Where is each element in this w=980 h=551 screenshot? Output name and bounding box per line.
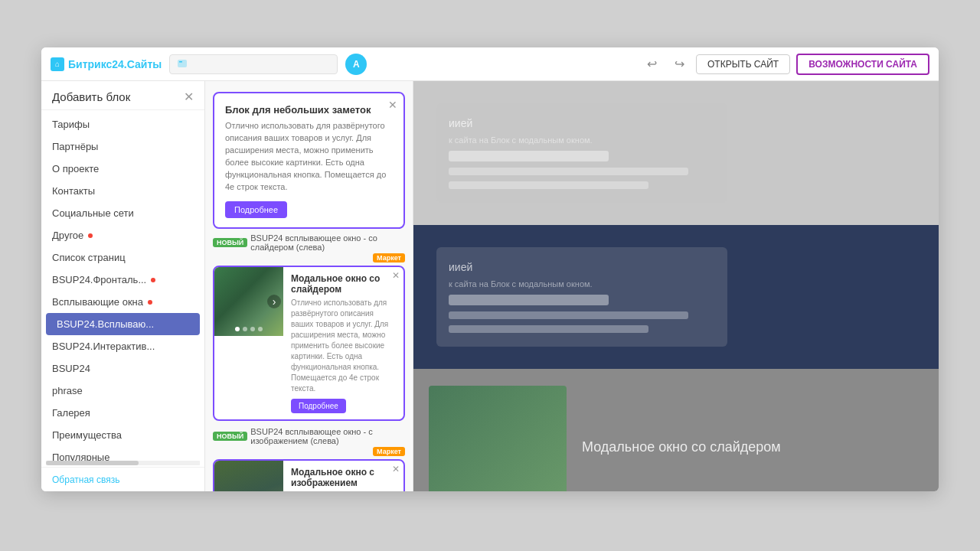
third-card-close[interactable]: ✕ bbox=[392, 465, 400, 474]
first-card-desc: Отлично использовать для развёрнутого оп… bbox=[225, 120, 393, 194]
second-block-card: ✕ › Модальное окно со слайдером Отли bbox=[213, 266, 405, 421]
sidebar-item-partners-label: Партнёры bbox=[52, 141, 98, 152]
sidebar-header: Добавить блок ✕ bbox=[41, 81, 204, 110]
sidebar-item-social[interactable]: Социальные сети bbox=[41, 202, 204, 224]
preview-slider-image bbox=[429, 386, 567, 491]
header: ⌂ Битрикс24.Сайты BSUP24.Всплывающие окн… bbox=[41, 47, 939, 81]
sidebar-item-popups[interactable]: Всплывающие окна bbox=[41, 291, 204, 313]
second-section-label: НОВЫЙ BSUP24 всплывающее окно - со слайд… bbox=[213, 233, 405, 252]
preview-block-1-inner: иией к сайта на Блок с модальным окном. bbox=[436, 103, 727, 203]
preview-block-2: иией к сайта на Блок с модальным окном. bbox=[413, 225, 939, 369]
sidebar-item-phrase[interactable]: phrase bbox=[41, 380, 204, 402]
second-card-desc: Отлично использовать для развёрнутого оп… bbox=[291, 298, 396, 394]
sidebar-nav: Тарифы Партнёры О проекте Контакты Социа… bbox=[41, 110, 204, 461]
sidebar-item-contacts-label: Контакты bbox=[52, 185, 95, 197]
preview-block-3: Модальное окно со слайдером Обновлено 5 … bbox=[413, 369, 939, 491]
market-badge-wrap: Маркет bbox=[213, 253, 405, 262]
site-icon bbox=[176, 58, 188, 70]
slider-dot-1 bbox=[235, 327, 240, 331]
svg-rect-0 bbox=[178, 60, 187, 67]
app-logo: ⌂ Битрикс24.Сайты bbox=[51, 57, 162, 71]
sidebar-title: Добавить блок bbox=[52, 90, 130, 103]
preview-area: иией к сайта на Блок с модальным окном. … bbox=[413, 81, 939, 491]
sidebar-item-gallery-label: Галерея bbox=[52, 407, 90, 419]
third-card-image bbox=[214, 461, 283, 491]
features-button[interactable]: ВОЗМОЖНОСТИ САЙТА bbox=[796, 54, 929, 75]
undo-button[interactable]: ↩ bbox=[641, 54, 662, 75]
main-area: Добавить блок ✕ Тарифы Партнёры О проект… bbox=[41, 81, 939, 491]
preview-block-1-sub: к сайта на Блок с модальным окном. bbox=[449, 135, 715, 145]
sidebar-item-popular[interactable]: Популярные bbox=[41, 446, 204, 461]
third-card-content: Модальное окно с изображением Для работы… bbox=[283, 461, 403, 491]
slider-dots bbox=[235, 327, 263, 331]
market-badge: Маркет bbox=[373, 253, 405, 262]
second-card-btn[interactable]: Подробнее bbox=[291, 399, 346, 413]
third-block-card: ✕ Модальное окно с изображением Для рабо… bbox=[213, 459, 405, 491]
user-avatar: A bbox=[345, 54, 367, 75]
preview-block-2-title: иией bbox=[449, 261, 715, 273]
sidebar-item-bsup24inter[interactable]: BSUP24.Интерактив... bbox=[41, 335, 204, 357]
preview-slider-title: Модальное окно со слайдером bbox=[582, 439, 781, 455]
preview-block-1-bar3 bbox=[449, 181, 648, 189]
second-card-close[interactable]: ✕ bbox=[392, 271, 400, 280]
redo-button[interactable]: ↪ bbox=[668, 54, 690, 75]
app-window: ⌂ Битрикс24.Сайты BSUP24.Всплывающие окн… bbox=[41, 47, 939, 491]
sidebar-item-advantages-label: Преимущества bbox=[52, 429, 122, 441]
preview-block-2-bar1 bbox=[449, 295, 609, 305]
third-card-inner: Модальное окно с изображением Для работы… bbox=[214, 461, 403, 491]
sidebar-scrollbar bbox=[46, 461, 200, 465]
sidebar-item-other[interactable]: Другое bbox=[41, 224, 204, 246]
first-card-close[interactable]: ✕ bbox=[388, 99, 397, 110]
preview-block-2-bar3 bbox=[449, 325, 648, 333]
preview-block-1-title: иией bbox=[449, 117, 715, 129]
sidebar-item-popups-label: Всплывающие окна bbox=[52, 296, 143, 308]
sidebar-item-gallery[interactable]: Галерея bbox=[41, 402, 204, 424]
sidebar-item-partners[interactable]: Партнёры bbox=[41, 135, 204, 158]
sidebar-item-phrase-label: phrase bbox=[52, 385, 83, 396]
content-panel: ✕ Блок для небольших заметок Отлично исп… bbox=[205, 81, 413, 491]
sidebar-item-about[interactable]: О проекте bbox=[41, 158, 204, 180]
header-nav: ↩ ↪ ОТКРЫТЬ САЙТ ВОЗМОЖНОСТИ САЙТА bbox=[641, 54, 929, 75]
sidebar-item-bsup24inter-label: BSUP24.Интерактив... bbox=[52, 341, 155, 352]
open-site-button[interactable]: ОТКРЫТЬ САЙТ bbox=[696, 54, 790, 74]
third-section-name: BSUP24 всплывающее окно - с изображением… bbox=[250, 427, 405, 445]
app-title: Битрикс24.Сайты bbox=[68, 58, 162, 70]
sidebar-item-contacts[interactable]: Контакты bbox=[41, 180, 204, 202]
sidebar-item-bsup24-label: BSUP24 bbox=[52, 363, 90, 374]
preview-block-1-bar2 bbox=[449, 168, 688, 175]
preview-block-1: иией к сайта на Блок с модальным окном. bbox=[413, 81, 939, 225]
second-card-inner: › Модальное окно со слайдером Отлично ис… bbox=[214, 267, 403, 419]
sidebar-item-other-label: Другое bbox=[52, 230, 83, 241]
sidebar-scrollbar-thumb bbox=[46, 461, 139, 465]
feedback-link[interactable]: Обратная связь bbox=[52, 474, 119, 485]
sidebar-item-bsup24front[interactable]: BSUP24.Фронталь... bbox=[41, 269, 204, 291]
home-icon: ⌂ bbox=[51, 57, 64, 71]
second-card-content: Модальное окно со слайдером Отлично испо… bbox=[283, 267, 403, 419]
sidebar-item-social-label: Социальные сети bbox=[52, 207, 134, 219]
first-block-card: ✕ Блок для небольших заметок Отлично исп… bbox=[213, 92, 405, 229]
other-dot-badge bbox=[88, 233, 93, 238]
second-section-name: BSUP24 всплывающее окно - со слайдером (… bbox=[250, 233, 405, 252]
sidebar-item-bsup24[interactable]: BSUP24 bbox=[41, 357, 204, 380]
third-market-badge-wrap: Маркет bbox=[213, 447, 405, 456]
slider-dot-2 bbox=[243, 327, 247, 331]
third-new-label: НОВЫЙ bbox=[213, 432, 247, 441]
sidebar-close-button[interactable]: ✕ bbox=[184, 91, 194, 103]
site-name-input[interactable]: BSUP24.Всплывающие окна bbox=[193, 59, 315, 70]
sidebar-item-tariffs[interactable]: Тарифы bbox=[41, 113, 204, 135]
sidebar-item-bsup24front-label: BSUP24.Фронталь... bbox=[52, 274, 146, 285]
preview-block-2-inner: иией к сайта на Блок с модальным окном. bbox=[436, 247, 727, 347]
sidebar-item-bsup24pop[interactable]: BSUP24.Всплываю... bbox=[46, 313, 200, 335]
bsup24front-dot-badge bbox=[151, 278, 155, 282]
preview-block-2-sub: к сайта на Блок с модальным окном. bbox=[449, 279, 715, 289]
second-new-label: НОВЫЙ bbox=[213, 238, 247, 247]
preview-block-1-bar1 bbox=[449, 151, 609, 161]
slider-dot-4 bbox=[258, 327, 263, 331]
sidebar-item-advantages[interactable]: Преимущества bbox=[41, 424, 204, 446]
first-card-title: Блок для небольших заметок bbox=[225, 104, 393, 116]
sidebar-item-bsup24pop-label: BSUP24.Всплываю... bbox=[57, 318, 154, 330]
sidebar-item-pages[interactable]: Список страниц bbox=[41, 246, 204, 269]
first-card-btn[interactable]: Подробнее bbox=[225, 201, 287, 218]
second-card-title: Модальное окно со слайдером bbox=[291, 273, 396, 295]
slider-arrow-right[interactable]: › bbox=[267, 295, 281, 308]
